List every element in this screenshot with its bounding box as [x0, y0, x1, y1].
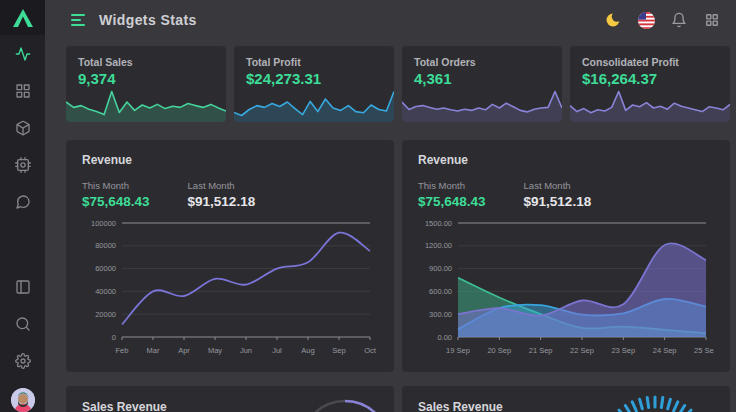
total-profit-sparkline-chart — [234, 88, 394, 122]
total-sales-sparkline-chart — [66, 88, 226, 122]
legend-last-month: Last Month $91,512.18 — [188, 180, 256, 209]
grid-icon — [15, 83, 31, 99]
stat-value: $16,264.37 — [570, 68, 730, 87]
revenue-daily-area-chart: 0.00300.00600.00900.001200.001500.0019 S… — [418, 217, 714, 359]
stat-card-consolidated-profit: Consolidated Profit $16,264.37 — [570, 46, 730, 122]
legend-this-month: This Month $75,648.43 — [82, 180, 150, 209]
language-selector[interactable] — [637, 11, 655, 29]
sidebar-item-products[interactable] — [15, 120, 31, 136]
avatar-image — [11, 388, 35, 412]
app-logo[interactable] — [0, 0, 45, 35]
sidebar-item-activity[interactable] — [15, 46, 31, 62]
svg-text:Mar: Mar — [147, 346, 160, 355]
box-icon — [15, 120, 31, 136]
sidebar-item-dashboard[interactable] — [15, 83, 31, 99]
revenue-card-monthly: Revenue This Month $75,648.43 Last Month… — [66, 140, 394, 372]
legend-label: This Month — [82, 180, 150, 191]
svg-text:0: 0 — [112, 333, 116, 342]
svg-text:Apr: Apr — [178, 346, 190, 355]
card-title: Revenue — [82, 153, 378, 167]
notifications-button[interactable] — [670, 11, 688, 29]
stat-card-total-orders: Total Orders 4,361 — [402, 46, 562, 122]
sidebar-item-system[interactable] — [15, 157, 31, 173]
svg-text:20000: 20000 — [95, 310, 116, 319]
svg-text:1200.00: 1200.00 — [425, 241, 452, 250]
menu-toggle-icon[interactable] — [71, 14, 85, 26]
svg-text:Aug: Aug — [301, 346, 314, 355]
revenue-legend: This Month $75,648.43 Last Month $91,512… — [82, 180, 378, 209]
legend-value: $91,512.18 — [188, 194, 256, 209]
sales-gauge-ticks — [595, 393, 715, 412]
svg-text:300.00: 300.00 — [429, 310, 452, 319]
user-avatar[interactable] — [11, 388, 35, 412]
svg-text:Sep: Sep — [332, 346, 345, 355]
activity-icon — [15, 46, 31, 62]
sidebar-item-settings[interactable] — [15, 353, 31, 369]
stat-card-total-sales: Total Sales 9,374 — [66, 46, 226, 122]
svg-text:Jul: Jul — [272, 346, 282, 355]
sales-revenue-card-right: Sales Revenue $9,641.26 — [402, 386, 730, 412]
moon-icon — [605, 12, 621, 28]
legend-value: $75,648.43 — [418, 194, 486, 209]
stat-value: $24,273.31 — [234, 68, 394, 87]
svg-text:0.00: 0.00 — [437, 333, 452, 342]
svg-text:Jun: Jun — [240, 346, 252, 355]
svg-text:21 Sep: 21 Sep — [529, 346, 553, 355]
stat-value: 9,374 — [66, 68, 226, 87]
sidebar-item-messages[interactable] — [15, 194, 31, 210]
main-content: Total Sales 9,374 Total Profit $24,273.3… — [45, 40, 736, 412]
svg-text:25 Sep: 25 Sep — [694, 346, 714, 355]
dark-mode-toggle[interactable] — [604, 11, 622, 29]
legend-value: $75,648.43 — [82, 194, 150, 209]
revenue-monthly-line-chart: 020000400006000080000100000FebMarAprMayJ… — [82, 217, 378, 359]
svg-text:24 Sep: 24 Sep — [653, 346, 677, 355]
svg-text:19 Sep: 19 Sep — [446, 346, 470, 355]
sidebar-item-layout[interactable] — [15, 279, 31, 295]
svg-text:80000: 80000 — [95, 241, 116, 250]
stats-row: Total Sales 9,374 Total Profit $24,273.3… — [66, 46, 730, 122]
legend-this-month: This Month $75,648.43 — [418, 180, 486, 209]
svg-text:May: May — [208, 346, 222, 355]
svg-text:Oct: Oct — [364, 346, 377, 355]
legend-label: Last Month — [188, 180, 256, 191]
svg-text:20 Sep: 20 Sep — [487, 346, 511, 355]
search-icon — [15, 316, 31, 332]
stat-label: Consolidated Profit — [570, 46, 730, 68]
svg-text:22 Sep: 22 Sep — [570, 346, 594, 355]
consolidated-profit-sparkline-chart — [570, 88, 730, 122]
bottom-row: Sales Revenue $9,641.26 Sales Revenue $9… — [66, 386, 730, 412]
svg-text:900.00: 900.00 — [429, 264, 452, 273]
us-flag-icon — [638, 12, 655, 29]
svg-text:60000: 60000 — [95, 264, 116, 273]
legend-label: This Month — [418, 180, 486, 191]
stat-label: Total Sales — [66, 46, 226, 68]
revenue-card-daily: Revenue This Month $75,648.43 Last Month… — [402, 140, 730, 372]
stat-value: 4,361 — [402, 68, 562, 87]
svg-text:Feb: Feb — [116, 346, 129, 355]
total-orders-sparkline-chart — [402, 88, 562, 122]
cpu-icon — [15, 157, 31, 173]
sales-ring-gauge — [295, 390, 394, 412]
layout-sidebar-icon — [15, 279, 31, 295]
apps-grid-icon — [705, 13, 719, 27]
svg-text:40000: 40000 — [95, 287, 116, 296]
settings-gear-icon — [15, 353, 31, 369]
stat-card-total-profit: Total Profit $24,273.31 — [234, 46, 394, 122]
svg-text:600.00: 600.00 — [429, 287, 452, 296]
svg-text:23 Sep: 23 Sep — [611, 346, 635, 355]
stat-label: Total Orders — [402, 46, 562, 68]
stat-label: Total Profit — [234, 46, 394, 68]
card-title: Revenue — [418, 153, 714, 167]
sales-revenue-card-left: Sales Revenue $9,641.26 — [66, 386, 394, 412]
page-title: Widgets Stats — [99, 12, 197, 28]
legend-last-month: Last Month $91,512.18 — [524, 180, 592, 209]
apps-menu-button[interactable] — [703, 11, 721, 29]
sidebar — [0, 0, 45, 412]
legend-value: $91,512.18 — [524, 194, 592, 209]
svg-text:100000: 100000 — [91, 219, 116, 228]
chat-icon — [15, 194, 31, 210]
topbar: Widgets Stats — [45, 0, 736, 40]
sidebar-item-search[interactable] — [15, 316, 31, 332]
bell-icon — [671, 12, 687, 28]
logo-triangle-icon — [12, 8, 34, 28]
